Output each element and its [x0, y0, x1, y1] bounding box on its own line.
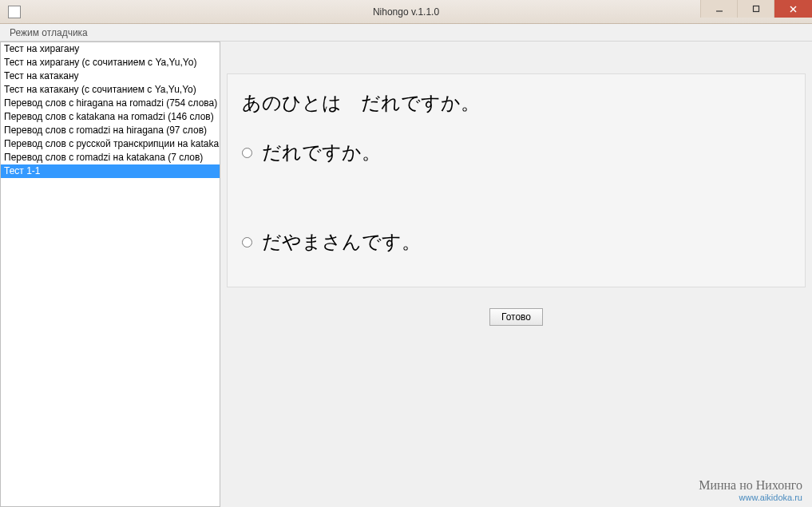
option-label: だれですか。 — [262, 140, 381, 165]
list-item[interactable]: Перевод слов с katakana на romadzi (146 … — [1, 110, 220, 124]
sidebar-list[interactable]: Тест на хирагану Тест на хирагану (с соч… — [0, 42, 220, 507]
menubar: Режим отладчика — [0, 24, 812, 42]
footer-link[interactable]: www.aikidoka.ru — [699, 493, 802, 502]
minimize-icon — [715, 5, 723, 13]
list-item[interactable]: Перевод слов с romadzi на katakana (7 сл… — [1, 151, 220, 164]
option-radio-1[interactable] — [242, 148, 252, 158]
menu-debugger[interactable]: Режим отладчика — [3, 26, 94, 40]
maximize-button[interactable] — [737, 0, 774, 18]
list-item-selected[interactable]: Тест 1-1 — [1, 164, 220, 178]
list-item[interactable]: Перевод слов с русской транскрипции на k… — [1, 137, 220, 151]
footer: Минна но Нихонго www.aikidoka.ru — [699, 478, 802, 502]
app-icon-slot — [5, 2, 24, 22]
list-item[interactable]: Тест на хирагану (с сочитанием с Ya,Yu,Y… — [1, 56, 220, 69]
window-controls — [700, 0, 812, 18]
submit-wrap: Готово — [220, 308, 812, 326]
submit-button[interactable]: Готово — [489, 308, 543, 326]
svg-rect-1 — [753, 6, 759, 12]
window-title: Nihongo v.1.1.0 — [373, 6, 439, 18]
content-area: Тест на хирагану Тест на хирагану (с соч… — [0, 42, 812, 507]
option-row[interactable]: だやまさんです。 — [237, 229, 795, 255]
close-icon — [789, 5, 798, 14]
app-icon — [8, 6, 21, 18]
minimize-button[interactable] — [700, 0, 737, 18]
titlebar: Nihongo v.1.1.0 — [0, 0, 812, 24]
option-label: だやまさんです。 — [262, 229, 421, 255]
list-item[interactable]: Тест на хирагану — [1, 42, 220, 56]
list-item[interactable]: Перевод слов с romadzi на hiragana (97 с… — [1, 124, 220, 137]
footer-brand: Минна но Нихонго — [699, 478, 802, 493]
close-button[interactable] — [774, 0, 812, 18]
list-item[interactable]: Тест на катакану — [1, 69, 220, 83]
question-panel: あのひとは だれですか。 だれですか。 だやまさんです。 — [227, 73, 806, 287]
main-panel: あのひとは だれですか。 だれですか。 だやまさんです。 Готово Минн… — [220, 42, 812, 507]
list-item[interactable]: Тест на катакану (с сочитанием с Ya,Yu,Y… — [1, 83, 220, 97]
question-text: あのひとは だれですか。 — [237, 90, 795, 116]
option-row[interactable]: だれですか。 — [237, 140, 795, 165]
list-item[interactable]: Перевод слов с hiragana на romadzi (754 … — [1, 97, 220, 110]
option-radio-2[interactable] — [242, 237, 252, 248]
maximize-icon — [752, 5, 760, 13]
